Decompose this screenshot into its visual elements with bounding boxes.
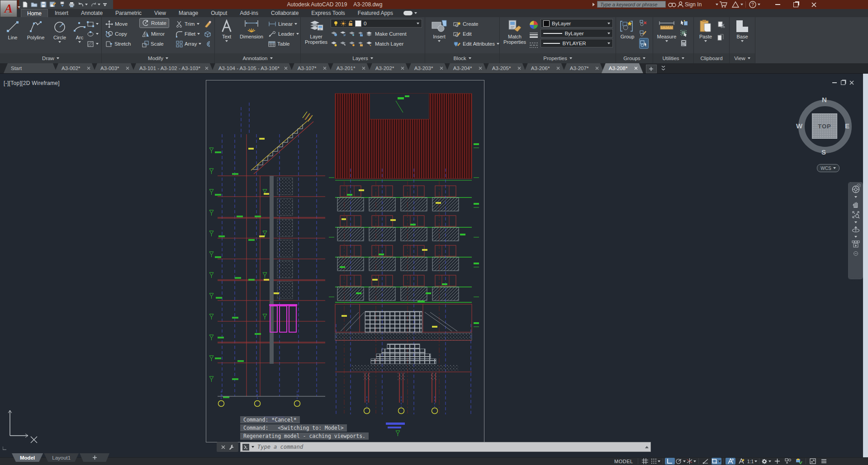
file-tab[interactable]: A3-206*	[524, 63, 565, 73]
command-prompt-icon[interactable]	[242, 444, 249, 451]
panel-label-layers[interactable]: Layers	[301, 53, 425, 63]
print-icon[interactable]	[68, 1, 75, 8]
file-tab[interactable]: A3-204*	[446, 63, 488, 73]
close-tab-icon[interactable]	[556, 66, 560, 70]
ribbon-tab-collaborate[interactable]: Collaborate	[265, 9, 304, 17]
file-tab[interactable]: A3-203*	[407, 63, 449, 73]
panel-label-properties[interactable]: Properties	[500, 53, 616, 63]
stretch-button[interactable]: Stretch	[105, 39, 131, 48]
ortho-mode-button[interactable]	[665, 458, 675, 465]
object-snap-tracking-button[interactable]	[701, 458, 711, 465]
tab-overflow-button[interactable]	[661, 63, 665, 73]
file-tab[interactable]: A3-205*	[485, 63, 526, 73]
autodesk-account-menu[interactable]	[732, 1, 743, 8]
command-expand-icon[interactable]	[645, 446, 649, 448]
edit-attributes-button[interactable]: Edit Attributes	[453, 39, 499, 48]
viewcube-east[interactable]: E	[845, 122, 849, 130]
file-tab[interactable]: A3-104 - A3-105 - A3-106*	[211, 63, 293, 73]
command-close-icon[interactable]	[221, 445, 225, 449]
sign-in-menu[interactable]: Sign In	[678, 1, 718, 8]
orbit-dropdown-icon[interactable]	[854, 236, 857, 238]
new-layout-button[interactable]	[80, 453, 109, 462]
file-tab[interactable]: A3-207*	[563, 63, 604, 73]
ribbon-tab-addins[interactable]: Add-ins	[234, 9, 264, 17]
ungroup-button[interactable]	[640, 19, 647, 28]
annotation-monitor-button[interactable]	[772, 458, 782, 465]
close-tab-icon[interactable]	[284, 66, 288, 70]
group-button[interactable]: Group	[617, 18, 638, 52]
grid-display-button[interactable]	[640, 458, 650, 465]
file-tab[interactable]: A3-202*	[368, 63, 410, 73]
panel-label-annotation[interactable]: Annotation	[215, 53, 300, 63]
doc-minimize-icon[interactable]	[832, 82, 837, 83]
ribbon-tab-express-tools[interactable]: Express Tools	[305, 9, 351, 17]
polyline-button[interactable]: Polyline	[24, 18, 48, 52]
isolate-objects-button[interactable]	[783, 458, 793, 465]
ribbon-tab-insert[interactable]: Insert	[49, 9, 74, 17]
file-tab[interactable]: A3-003*	[93, 63, 135, 73]
close-tab-icon[interactable]	[205, 66, 209, 70]
zoom-extents-icon[interactable]	[852, 211, 860, 219]
copy-button[interactable]: Copy	[105, 29, 127, 38]
save-icon[interactable]	[40, 1, 47, 8]
command-customize-wrench-icon[interactable]	[229, 444, 234, 450]
navbar-collapse-icon[interactable]	[854, 251, 858, 256]
graphics-performance-button[interactable]	[794, 458, 804, 465]
arc-button[interactable]: Arc	[71, 18, 88, 52]
table-button[interactable]: Table	[268, 39, 290, 48]
restore-button[interactable]	[787, 0, 804, 9]
new-drawing-tab-button[interactable]	[646, 65, 657, 73]
open-file-icon[interactable]	[31, 1, 38, 8]
new-file-icon[interactable]	[22, 1, 28, 8]
redo-button[interactable]	[90, 2, 100, 7]
layer-properties-button[interactable]: Layer Properties	[303, 18, 330, 52]
clean-screen-button[interactable]	[808, 458, 818, 465]
copy-clip-button[interactable]	[717, 33, 725, 42]
insert-block-button[interactable]: Insert	[427, 18, 451, 52]
make-current-button[interactable]: Make Current	[331, 29, 407, 38]
file-tab-active[interactable]: A3-208*	[602, 63, 643, 73]
ribbon-display-toggle[interactable]	[403, 9, 417, 17]
close-tab-icon[interactable]	[87, 66, 90, 70]
wcs-selector[interactable]: WCS	[817, 164, 840, 172]
workspace-switching-button[interactable]	[761, 458, 771, 465]
navbar-close-icon[interactable]	[857, 183, 861, 188]
layout1-tab[interactable]: Layout1	[44, 453, 79, 462]
steering-wheel-dropdown-icon[interactable]	[854, 196, 857, 198]
ribbon-tab-annotate[interactable]: Annotate	[75, 9, 109, 17]
match-layer-button[interactable]: Match Layer	[331, 39, 403, 48]
linetype-list-icon[interactable]	[529, 42, 539, 50]
help-menu[interactable]: ?	[749, 1, 760, 8]
paste-button[interactable]: Paste	[696, 18, 716, 52]
explode-button[interactable]	[204, 29, 211, 38]
panel-label-clipboard[interactable]: Clipboard	[694, 53, 729, 63]
move-button[interactable]: Move	[105, 19, 128, 28]
panel-label-groups[interactable]: Groups	[616, 53, 653, 63]
rectangle-tool-button[interactable]	[87, 19, 99, 28]
plot-icon[interactable]	[59, 1, 66, 8]
viewcube-top-face[interactable]: TOP	[812, 113, 837, 139]
snap-mode-button[interactable]	[651, 458, 661, 465]
zoom-dropdown-icon[interactable]	[854, 221, 857, 223]
help-search-field[interactable]	[597, 1, 666, 8]
mirror-button[interactable]: Mirror	[142, 29, 165, 38]
close-tab-icon[interactable]	[126, 66, 129, 70]
offset-button[interactable]	[204, 39, 211, 48]
annotation-scale-button[interactable]: 1:1	[747, 458, 758, 465]
panel-label-block[interactable]: Block	[425, 53, 499, 63]
color-wheel-icon[interactable]	[529, 20, 539, 30]
polar-tracking-button[interactable]	[676, 458, 686, 465]
save-as-icon[interactable]	[49, 1, 57, 8]
file-tab[interactable]: A3-201*	[329, 63, 371, 73]
ribbon-tab-manage[interactable]: Manage	[173, 9, 204, 17]
close-tab-icon[interactable]	[323, 66, 327, 70]
viewcube-south[interactable]: S	[821, 148, 826, 156]
linetype-combo[interactable]: BYLAYER	[541, 39, 613, 47]
edit-block-button[interactable]: Edit	[453, 29, 472, 38]
model-space-tab[interactable]: Model	[12, 453, 43, 462]
search-grip-icon[interactable]	[593, 3, 595, 6]
lineweight-list-icon[interactable]	[529, 32, 539, 40]
object-snap-button[interactable]	[711, 458, 721, 465]
ribbon-tab-output[interactable]: Output	[205, 9, 233, 17]
create-block-button[interactable]: Create	[453, 19, 479, 28]
